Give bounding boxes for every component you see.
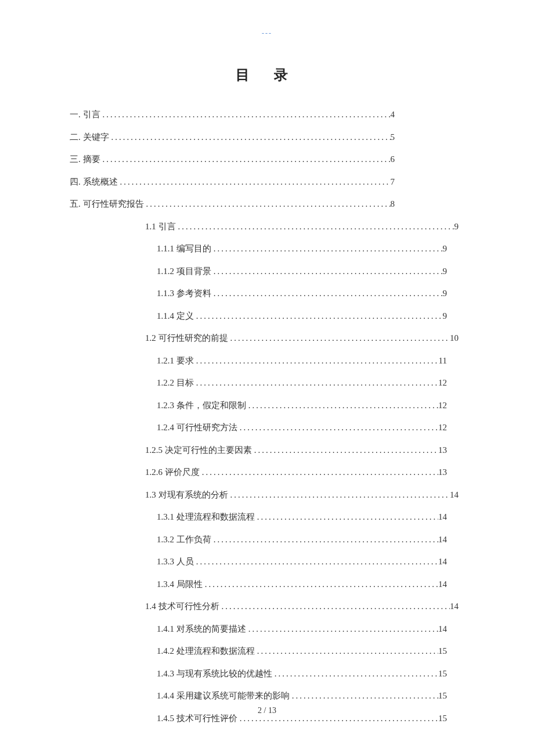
- toc-entry-page: 11: [439, 354, 447, 369]
- toc-title: 目 录: [70, 66, 464, 84]
- toc-leader-dots: ........................................…: [228, 488, 450, 503]
- toc-leader-dots: ........................................…: [219, 599, 450, 614]
- toc-entry: 1.3.1 处理流程和数据流程.........................…: [157, 510, 447, 525]
- toc-leader-dots: ........................................…: [255, 510, 438, 525]
- toc-entry-label: 1.4.2 处理流程和数据流程: [157, 644, 255, 659]
- toc-entry: 一. 引言...................................…: [70, 107, 395, 123]
- toc-entry: 1.3.4 局限性...............................…: [157, 577, 447, 592]
- toc-entry-label: 1.1.3 参考资料: [157, 286, 211, 301]
- toc-entry-page: 14: [438, 622, 447, 637]
- toc-entry-label: 二. 关键字: [70, 130, 109, 145]
- toc-entry: 1.2 可行性研究的前提............................…: [145, 331, 459, 346]
- toc-leader-dots: ........................................…: [211, 264, 443, 279]
- toc-leader-dots: ........................................…: [211, 532, 438, 548]
- toc-leader-dots: ........................................…: [109, 130, 391, 145]
- toc-entry-label: 1.4 技术可行性分析: [145, 599, 219, 614]
- toc-entry: 1.1.1 编写目的..............................…: [157, 242, 447, 257]
- toc-entry-page: 9: [443, 242, 448, 257]
- toc-entry: 1.3 对现有系统的分析............................…: [145, 488, 459, 503]
- toc-entry-label: 1.2.4 可行性研究方法: [157, 420, 237, 435]
- toc-entry: 1.4.1 对系统的简要描述..........................…: [157, 622, 447, 637]
- toc-entry: 三. 摘要...................................…: [70, 152, 395, 167]
- toc-entry-page: 12: [438, 398, 447, 413]
- toc-entry-page: 15: [438, 644, 447, 659]
- toc-entry-page: 14: [438, 555, 447, 570]
- toc-entry-label: 1.3.3 人员: [157, 555, 194, 570]
- toc-leader-dots: ........................................…: [290, 689, 438, 704]
- toc-entry-label: 1.1.4 定义: [157, 309, 194, 324]
- toc-entry-page: 9: [443, 309, 448, 324]
- toc-entry-page: 13: [438, 465, 447, 480]
- toc-entry-page: 8: [391, 197, 395, 212]
- toc-entry-page: 9: [454, 219, 459, 235]
- toc-entry-page: 15: [438, 689, 447, 704]
- toc-entry-label: 一. 引言: [70, 107, 100, 123]
- toc-leader-dots: ........................................…: [228, 331, 450, 346]
- toc-leader-dots: ........................................…: [237, 420, 438, 435]
- toc-leader-dots: ........................................…: [194, 309, 443, 324]
- toc-entry-label: 1.3.1 处理流程和数据流程: [157, 510, 255, 525]
- toc-entry-label: 1.1 引言: [145, 219, 176, 235]
- toc-entry-label: 五. 可行性研究报告: [70, 197, 144, 212]
- table-of-contents: 一. 引言...................................…: [70, 107, 464, 726]
- toc-leader-dots: ........................................…: [144, 197, 391, 212]
- toc-entry: 1.2.5 决定可行性的主要因素........................…: [145, 443, 447, 458]
- toc-entry: 1.2.2 目标................................…: [157, 376, 447, 391]
- toc-entry-label: 1.4.4 采用建议系统可能带来的影响: [157, 689, 290, 704]
- toc-entry: 四. 系统概述.................................…: [70, 175, 395, 190]
- toc-entry-label: 1.2.5 决定可行性的主要因素: [145, 443, 252, 458]
- toc-entry-page: 12: [438, 420, 447, 435]
- toc-entry-label: 1.1.1 编写目的: [157, 242, 211, 257]
- toc-leader-dots: ........................................…: [200, 465, 438, 480]
- toc-leader-dots: ........................................…: [252, 443, 438, 458]
- toc-entry: 五. 可行性研究报告..............................…: [70, 197, 395, 212]
- toc-entry: 1.2.6 评价尺度..............................…: [145, 465, 447, 480]
- toc-entry: 二. 关键字..................................…: [70, 130, 395, 145]
- toc-entry: 1.3.2 工作负荷..............................…: [157, 532, 447, 548]
- toc-entry-label: 三. 摘要: [70, 152, 100, 167]
- toc-leader-dots: ........................................…: [246, 622, 438, 637]
- toc-leader-dots: ........................................…: [272, 667, 438, 682]
- toc-entry-page: 14: [450, 599, 459, 614]
- toc-leader-dots: ........................................…: [100, 152, 391, 167]
- toc-entry: 1.4.4 采用建议系统可能带来的影响.....................…: [157, 689, 447, 704]
- toc-entry-page: 14: [450, 488, 459, 503]
- toc-leader-dots: ........................................…: [211, 286, 443, 301]
- toc-entry-label: 1.2.6 评价尺度: [145, 465, 200, 480]
- toc-entry: 1.1.4 定义................................…: [157, 309, 447, 324]
- toc-entry: 1.4.3 与现有系统比较的优越性.......................…: [157, 667, 447, 682]
- toc-entry: 1.1.2 项目背景..............................…: [157, 264, 447, 279]
- toc-entry-page: 10: [450, 331, 459, 346]
- toc-entry-page: 9: [443, 264, 448, 279]
- toc-entry-label: 四. 系统概述: [70, 175, 118, 190]
- toc-entry-page: 7: [391, 175, 395, 190]
- toc-leader-dots: ........................................…: [194, 354, 439, 369]
- toc-leader-dots: ........................................…: [100, 107, 391, 123]
- toc-entry-label: 1.2.1 要求: [157, 354, 194, 369]
- toc-entry: 1.3.3 人员................................…: [157, 555, 447, 570]
- toc-entry: 1.4 技术可行性分析.............................…: [145, 599, 459, 614]
- toc-entry-page: 5: [391, 130, 395, 145]
- toc-entry-label: 1.2.2 目标: [157, 376, 194, 391]
- toc-entry: 1.1.3 参考资料..............................…: [157, 286, 447, 301]
- toc-entry-page: 14: [438, 532, 447, 548]
- toc-entry-page: 14: [438, 510, 447, 525]
- toc-entry-page: 14: [438, 577, 447, 592]
- toc-entry-label: 1.3 对现有系统的分析: [145, 488, 228, 503]
- header-marker: ---: [70, 29, 464, 38]
- toc-leader-dots: ........................................…: [203, 577, 438, 592]
- toc-entry-label: 1.3.2 工作负荷: [157, 532, 211, 548]
- toc-entry-label: 1.2.3 条件，假定和限制: [157, 398, 246, 413]
- toc-leader-dots: ........................................…: [255, 644, 438, 659]
- toc-entry-page: 4: [391, 107, 395, 123]
- toc-entry: 1.1 引言..................................…: [145, 219, 459, 235]
- toc-leader-dots: ........................................…: [211, 242, 443, 257]
- page-footer: 2 / 13: [0, 706, 534, 715]
- toc-entry-label: 1.4.3 与现有系统比较的优越性: [157, 667, 272, 682]
- toc-leader-dots: ........................................…: [118, 175, 391, 190]
- toc-entry-page: 12: [438, 376, 447, 391]
- toc-entry: 1.2.4 可行性研究方法...........................…: [157, 420, 447, 435]
- toc-entry: 1.2.1 要求................................…: [157, 354, 447, 369]
- toc-entry-label: 1.1.2 项目背景: [157, 264, 211, 279]
- toc-entry-page: 15: [438, 667, 447, 682]
